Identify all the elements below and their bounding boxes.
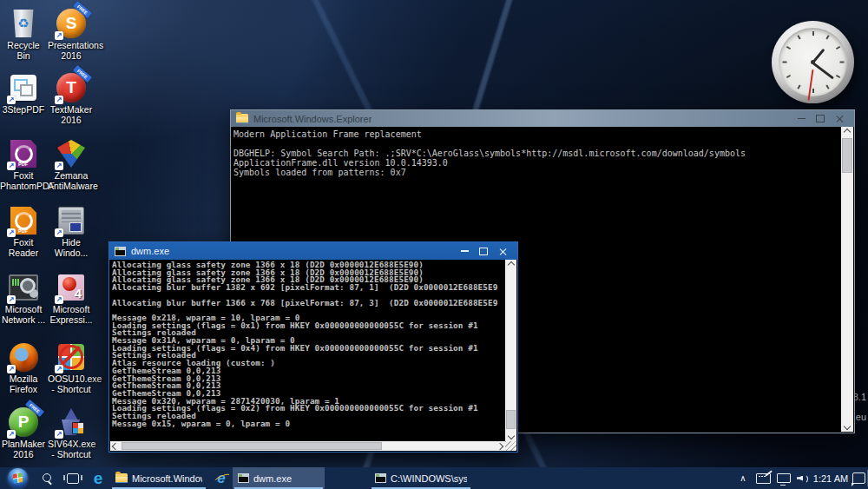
taskbar: e Microsoft.Windows.E... e dwm.exe C:\WI… <box>0 467 868 489</box>
console-line: Message 0x15, wparam = 0, lparam = 0 <box>112 420 503 428</box>
desktop-icon-textmaker[interactable]: T FREE ↗ TextMaker 2016 <box>48 71 95 125</box>
scroll-down-button[interactable] <box>841 421 853 432</box>
taskbar-ie-button[interactable]: e <box>210 467 233 489</box>
shortcut-arrow-icon: ↗ <box>7 430 16 439</box>
network-icon <box>777 473 791 483</box>
scroll-left-button[interactable] <box>110 441 121 451</box>
shortcut-arrow-icon: ↗ <box>55 162 63 170</box>
scroll-down-button[interactable] <box>505 431 516 441</box>
taskbar-button-cmd[interactable]: C:\WINDOWS\system... <box>370 467 472 489</box>
tray-network[interactable] <box>774 467 793 489</box>
clock-face <box>779 28 847 96</box>
clock-tick <box>835 46 839 50</box>
dwm-horizontal-scrollbar[interactable] <box>110 441 505 451</box>
dwm-vertical-scrollbar[interactable] <box>505 260 516 441</box>
expression-4-glyph: 4 <box>75 286 82 301</box>
console-icon <box>375 473 386 483</box>
maximize-button[interactable] <box>811 110 830 127</box>
clock-tick <box>812 31 814 36</box>
minimize-icon <box>798 118 806 120</box>
desktop-icon-zemana[interactable]: ↗ Zemana AntiMalware <box>48 137 95 191</box>
dwm-titlebar[interactable]: dwm.exe <box>109 242 517 260</box>
action-center-icon <box>852 472 865 484</box>
shortcut-arrow-icon: ↗ <box>7 228 16 237</box>
shortcut-arrow-icon: ↗ <box>7 96 16 104</box>
edge-icon: e <box>94 469 103 488</box>
desktop-icon-label: Zemana AntiMalware <box>48 171 95 191</box>
chevron-up-icon: ∧ <box>740 473 746 483</box>
clock-tick <box>825 35 829 39</box>
close-icon <box>836 115 844 122</box>
desktop-icon-label: TextMaker 2016 <box>48 105 95 125</box>
console-line: Allocating blur buffer 1366 x 768 [pixel… <box>112 300 503 307</box>
desktop-icon-planmaker[interactable]: P FREE ↗ PlanMaker 2016 <box>0 406 47 459</box>
desktop-icon-3steppdf[interactable]: ↗ 3StepPDF <box>0 71 47 116</box>
shortcut-arrow-icon: ↗ <box>7 295 16 304</box>
clock-tick <box>825 84 829 89</box>
desktop-icon-network-monitor[interactable]: ↗ Microsoft Network ... <box>0 271 47 325</box>
scroll-right-button[interactable] <box>495 441 505 451</box>
console-line: Modern Application Frame replacement <box>233 129 839 139</box>
explorer-titlebar[interactable]: Microsoft.Windows.Explorer <box>231 110 854 127</box>
scrollbar-thumb[interactable] <box>122 442 382 450</box>
desktop-icon-label: PlanMaker 2016 <box>0 439 47 459</box>
desktop-icon-label: Microsoft Network ... <box>0 305 47 325</box>
desktop-icon-label: Mozilla Firefox <box>0 374 47 394</box>
maximize-icon <box>479 248 488 255</box>
chevron-up-icon <box>507 261 514 268</box>
desktop: ♻ Recycle Bin S FREE ↗ Presentations 201… <box>0 0 868 489</box>
explorer-window-title: Microsoft.Windows.Explorer <box>253 114 372 124</box>
desktop-icon-oosu10[interactable]: ↗ OOSU10.exe - Shortcut <box>48 340 95 394</box>
resize-grip[interactable] <box>505 441 516 451</box>
scroll-up-button[interactable] <box>841 127 853 137</box>
desktop-icon-label: Recycle Bin <box>0 41 47 61</box>
taskbar-button-label: C:\WINDOWS\system... <box>391 473 467 484</box>
taskbar-search-button[interactable] <box>35 467 59 489</box>
tray-volume[interactable] <box>793 467 812 489</box>
scroll-up-button[interactable] <box>505 260 516 270</box>
desktop-icon-label: OOSU10.exe - Shortcut <box>48 374 95 394</box>
taskbar-button-dwm[interactable]: dwm.exe <box>233 467 325 489</box>
desktop-icon-label: 3StepPDF <box>0 105 47 116</box>
tray-clock[interactable]: 1:21 AM <box>812 467 849 489</box>
desktop-icon-foxit-phantompdf[interactable]: PDF ↗ Foxit PhantomPDF <box>0 137 47 191</box>
desktop-icon-foxit-reader[interactable]: PDF ↗ Foxit Reader <box>0 204 47 258</box>
taskbar-button-explorer[interactable]: Microsoft.Windows.E... <box>110 467 207 489</box>
desktop-icon-recycle-bin[interactable]: ♻ Recycle Bin <box>0 7 47 61</box>
taskbar-time: 1:21 AM <box>813 473 848 484</box>
close-button[interactable] <box>830 110 849 127</box>
minimize-button[interactable] <box>792 110 811 127</box>
close-button[interactable] <box>493 242 512 260</box>
pdf-tag: PDF <box>18 162 28 167</box>
chevron-left-icon <box>112 442 119 449</box>
desktop-icon-siv64x[interactable]: ↗ SIV64X.exe - Shortcut <box>48 406 95 459</box>
action-center-button[interactable] <box>851 467 866 489</box>
scrollbar-thumb[interactable] <box>842 138 852 173</box>
desktop-icon-presentations[interactable]: S FREE ↗ Presentations 2016 <box>48 7 95 61</box>
desktop-icon-hide-windows[interactable]: ↗ Hide Windo... <box>48 204 95 258</box>
clock-minute-hand <box>812 62 834 79</box>
clock-tick <box>786 75 790 78</box>
tray-show-hidden-icons[interactable]: ∧ <box>736 467 750 489</box>
console-line <box>233 139 839 149</box>
shortcut-arrow-icon: ↗ <box>7 162 16 170</box>
close-icon <box>499 248 507 255</box>
desktop-icon-expression[interactable]: 4 ↗ Microsoft Expressi... <box>48 271 95 325</box>
taskbar-edge-button[interactable]: e <box>87 467 109 489</box>
maximize-button[interactable] <box>474 242 493 260</box>
explorer-vertical-scrollbar[interactable] <box>841 127 853 432</box>
windows-start-orb-icon <box>8 468 28 488</box>
task-view-button[interactable] <box>61 467 85 489</box>
minimize-button[interactable] <box>455 242 474 260</box>
scrollbar-thumb[interactable] <box>506 410 516 429</box>
desktop-icon-label: Presentations 2016 <box>48 41 95 61</box>
taskbar-button-label: Microsoft.Windows.E... <box>132 473 202 484</box>
tray-touch-keyboard[interactable] <box>753 467 773 489</box>
touch-keyboard-icon <box>756 473 771 484</box>
clock-tick <box>797 84 800 89</box>
shortcut-arrow-icon: ↗ <box>55 96 63 104</box>
clock-tick <box>782 62 786 63</box>
start-button[interactable] <box>5 467 30 489</box>
analog-clock-gadget[interactable] <box>772 21 854 103</box>
desktop-icon-firefox[interactable]: ↗ Mozilla Firefox <box>0 340 47 394</box>
